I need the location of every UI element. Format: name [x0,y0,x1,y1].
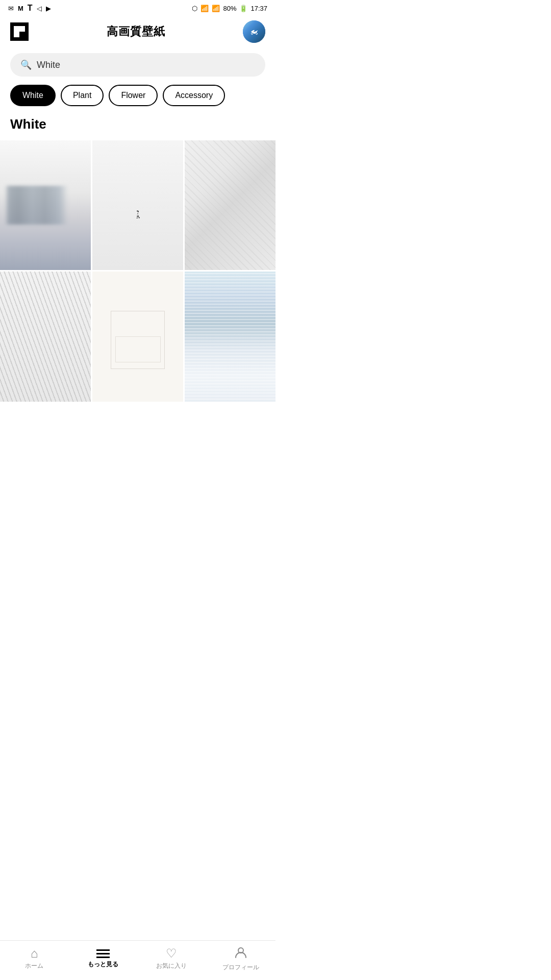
status-right: ⬡ 📶 📶 80% 🔋 17:37 [192,5,267,12]
search-container: 🔍 White [0,49,276,85]
filter-chips: White Plant Flower Accessory [0,85,276,116]
app-logo[interactable] [10,22,29,41]
image-grid [0,140,276,443]
play-icon: ▶ [46,5,51,12]
grid-item-2[interactable] [92,140,183,270]
user-avatar[interactable] [243,20,265,43]
app-header: 高画質壁紙 [0,16,276,49]
rotate-icon: ⬡ [192,5,197,12]
chip-plant[interactable]: Plant [61,85,104,106]
chip-flower[interactable]: Flower [109,85,158,106]
avatar-image [243,20,265,43]
search-bar[interactable]: 🔍 White [10,53,265,77]
section-title: White [0,116,276,140]
status-left-icons: ✉ M T ◁ ▶ [8,4,51,13]
back-icon: ◁ [37,5,42,12]
grid-item-1[interactable] [0,140,91,270]
chip-accessory[interactable]: Accessory [163,85,225,106]
search-value[interactable]: White [37,60,255,70]
wifi-icon: 📶 [201,5,209,12]
mail-icon: ✉ [8,5,14,12]
battery-icon: 🔋 [239,5,247,12]
chip-white[interactable]: White [10,85,56,106]
battery-text: 80% [223,5,236,12]
grid-item-5[interactable] [92,272,183,401]
gmail-icon: M [18,5,23,12]
app-title: 高画質壁紙 [107,24,165,39]
time-display: 17:37 [251,5,267,12]
logo-icon [14,26,25,37]
grid-item-4[interactable] [0,272,91,401]
grid-item-3[interactable] [185,140,276,270]
status-bar: ✉ M T ◁ ▶ ⬡ 📶 📶 80% 🔋 17:37 [0,0,276,16]
signal-icon: 📶 [212,5,220,12]
grid-item-6[interactable] [185,272,276,401]
text-icon: T [28,4,33,13]
search-icon: 🔍 [20,59,32,70]
